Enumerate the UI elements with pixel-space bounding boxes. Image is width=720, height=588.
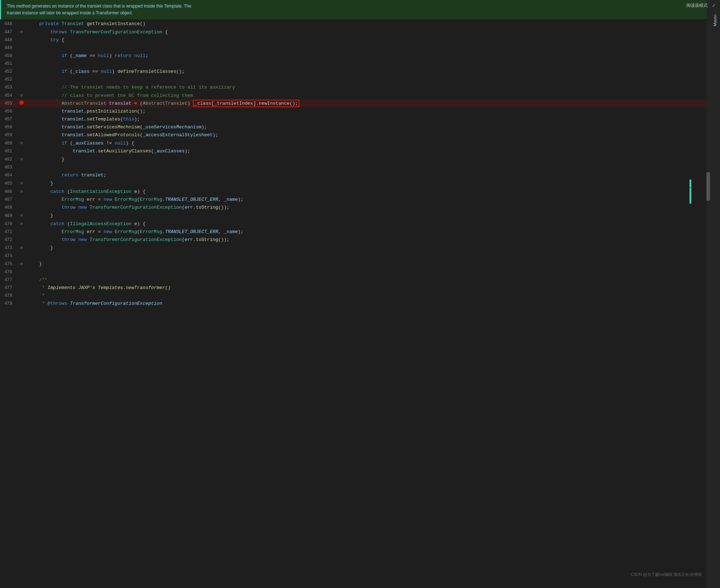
gutter[interactable] (18, 236, 25, 244)
line-content: if (_name == null) return null; (25, 52, 706, 60)
fold-icon[interactable]: ⊟ (20, 94, 23, 98)
token-type: TransformerConfigurationException (90, 205, 182, 210)
line-number: 451 (0, 60, 18, 68)
scrollbar-thumb[interactable] (706, 172, 710, 201)
token-punct: ( (182, 205, 185, 210)
token-punct: , (218, 197, 224, 202)
token-punct: ); (238, 197, 243, 202)
line-number: 479 (0, 300, 18, 308)
table-row: 450 if (_name == null) return null; (0, 52, 706, 60)
gutter[interactable] (18, 123, 25, 131)
token-punct: } (62, 157, 65, 162)
token-punct: ( (137, 229, 140, 234)
gutter[interactable] (18, 131, 25, 139)
gutter[interactable]: ⊟ (18, 188, 25, 196)
line-content: throw new TransformerConfigurationExcept… (25, 204, 706, 212)
token-punct: } (50, 245, 53, 251)
gutter[interactable] (18, 36, 25, 44)
fold-icon[interactable]: ⊟ (20, 262, 23, 266)
gutter[interactable] (18, 196, 25, 204)
line-number: 452 (0, 76, 18, 84)
gutter[interactable]: ⊟ (18, 28, 25, 36)
gutter[interactable] (18, 276, 25, 284)
token-italic-field: TRANSLET_OBJECT_ERR (165, 197, 218, 202)
reader-mode-label[interactable]: 阅读器模式 (686, 3, 708, 9)
fold-icon[interactable]: ⊟ (20, 222, 23, 226)
gutter[interactable] (18, 163, 25, 171)
fold-icon[interactable]: ⊟ (20, 141, 23, 145)
table-row: 453 // The translet needs to keep a refe… (0, 84, 706, 91)
line-content (25, 252, 706, 260)
line-number: 457 (0, 115, 18, 123)
gutter[interactable]: ⊟ (18, 260, 25, 268)
token-punct: { (59, 37, 65, 43)
gutter[interactable] (18, 100, 25, 108)
fold-icon[interactable]: ⊟ (20, 246, 23, 250)
line-content: } (25, 260, 706, 268)
token-punct: ); (202, 124, 207, 130)
gutter[interactable]: ⊟ (18, 220, 25, 228)
gutter[interactable] (18, 228, 25, 236)
gutter[interactable]: ⊟ (18, 179, 25, 188)
gutter[interactable] (18, 147, 25, 155)
token-kw: null (134, 53, 146, 58)
fold-icon[interactable]: ⊟ (20, 157, 23, 161)
gutter[interactable]: ⊟ (18, 212, 25, 220)
line-number: 452 (0, 68, 18, 76)
info-line2: translet instance will later be wrapped … (7, 10, 133, 15)
line-number: 448 (0, 36, 18, 44)
gutter[interactable] (18, 300, 25, 308)
gutter[interactable] (18, 60, 25, 68)
line-content (25, 76, 706, 84)
watermark: CSDN @为了媛md编辑 预览正在·的博客 (631, 572, 702, 577)
gutter[interactable] (18, 44, 25, 52)
token-kw: new (78, 237, 86, 242)
table-row: 478 * (0, 292, 706, 300)
gutter[interactable] (18, 20, 25, 28)
token-type: TransformerConfigurationException (70, 29, 162, 35)
line-content: try { (25, 36, 706, 44)
top-bar: 阅读器模式 ✓ (648, 0, 720, 11)
fold-icon[interactable]: ⊟ (20, 214, 23, 218)
gutter[interactable] (18, 52, 25, 60)
gutter[interactable] (18, 268, 25, 276)
gutter[interactable] (18, 292, 25, 300)
line-number: 460 (0, 139, 18, 147)
maven-label[interactable]: Maven (713, 14, 717, 26)
gutter[interactable]: ⊟ (18, 139, 25, 147)
gutter[interactable] (18, 76, 25, 84)
breakpoint-icon[interactable] (19, 100, 24, 105)
gutter[interactable] (18, 108, 25, 115)
gutter[interactable] (18, 171, 25, 179)
gutter[interactable]: ⊟ (18, 155, 25, 163)
gutter[interactable] (18, 115, 25, 123)
token-punct: . (84, 117, 87, 122)
line-content (25, 268, 706, 276)
gutter[interactable]: ⊟ (18, 91, 25, 100)
token-field: translet (62, 117, 84, 122)
checkmark-icon[interactable]: ✓ (712, 2, 716, 9)
token-comment: // class to prevent the GC from collecti… (62, 93, 193, 98)
gutter[interactable]: ⊟ (18, 244, 25, 252)
gutter[interactable] (18, 204, 25, 212)
gutter[interactable] (18, 68, 25, 76)
fold-icon[interactable]: ⊟ (20, 190, 23, 194)
gutter[interactable] (18, 84, 25, 91)
token-punct: ) { (126, 141, 134, 146)
token-punct: != (104, 141, 115, 146)
line-content: // class to prevent the GC from collecti… (25, 91, 706, 100)
fold-icon[interactable]: ⊟ (20, 181, 23, 185)
gutter[interactable] (18, 284, 25, 292)
fold-icon[interactable]: ⊟ (20, 30, 23, 34)
gutter[interactable] (18, 252, 25, 260)
info-banner: This method generates an instance of the… (0, 0, 706, 19)
token-kw: return (115, 53, 132, 58)
table-row: 477 /** (0, 276, 706, 284)
table-row: 474 (0, 252, 706, 260)
token-punct: ); (238, 229, 243, 234)
token-type: ErrorMsg (62, 197, 84, 202)
token-punct: ( (64, 189, 70, 194)
token-comment: * (28, 301, 48, 306)
token-punct: ; (146, 53, 148, 58)
token-punct: } (39, 261, 42, 267)
